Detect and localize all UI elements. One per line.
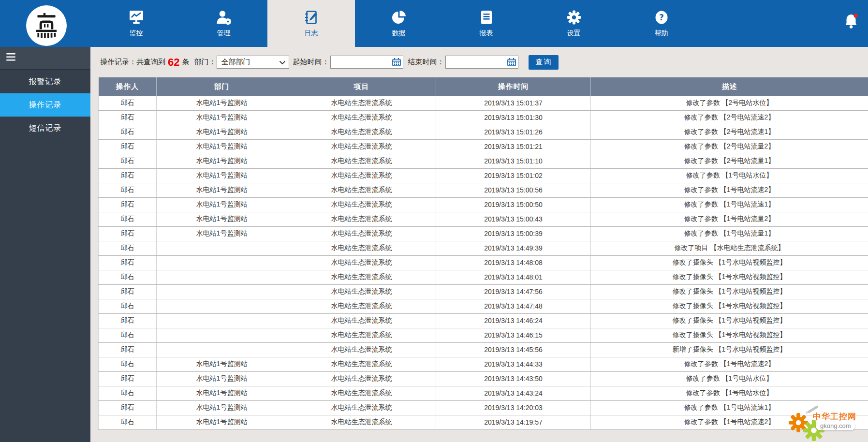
- table-cell: 水电站生态泄流系统: [287, 270, 436, 284]
- table-cell: 2019/3/13 15:00:50: [436, 197, 591, 212]
- table-cell: 水电站1号监测站: [157, 197, 287, 212]
- table-cell: [157, 342, 287, 357]
- table-cell: 水电站生态泄流系统: [287, 139, 436, 154]
- pie-chart-icon: [391, 10, 407, 25]
- nav-tab-label: 管理: [217, 29, 231, 38]
- table-cell: 水电站生态泄流系统: [287, 299, 436, 313]
- table-row: 邱石水电站生态泄流系统2019/3/13 14:47:48修改了摄像头 【1号水…: [99, 299, 868, 313]
- table-cell: 水电站生态泄流系统: [287, 197, 436, 212]
- table-cell: 水电站生态泄流系统: [287, 415, 436, 429]
- table-cell: 2019/3/13 15:00:39: [436, 226, 591, 241]
- table-cell: 修改了项目 【水电站生态泄流系统】: [591, 241, 868, 255]
- nav-tab-日志[interactable]: 日志: [267, 0, 355, 47]
- department-select-value: 全部部门: [221, 58, 250, 67]
- table-cell: 水电站生态泄流系统: [287, 284, 436, 299]
- table-row: 邱石水电站1号监测站水电站生态泄流系统2019/3/13 15:00:39修改了…: [99, 226, 868, 241]
- table-cell: 修改了参数 【2号电站水位】: [591, 96, 868, 110]
- table-cell: 邱石: [99, 139, 157, 154]
- table-cell: 水电站生态泄流系统: [287, 386, 436, 400]
- sidebar-collapse-button[interactable]: [0, 47, 90, 70]
- nav-tabs: 监控管理日志数据报表设置?帮助: [92, 0, 705, 47]
- table-cell: 水电站生态泄流系统: [287, 96, 436, 110]
- sidebar-item-短信记录[interactable]: 短信记录: [0, 117, 90, 140]
- table-row: 邱石水电站1号监测站水电站生态泄流系统2019/3/13 14:19:57修改了…: [99, 415, 868, 429]
- table-cell: [157, 313, 287, 328]
- table-cell: 修改了参数 【2号电站流速2】: [591, 110, 868, 125]
- table-cell: 邱石: [99, 357, 157, 371]
- nav-tab-监控[interactable]: 监控: [92, 0, 180, 47]
- table-cell: 修改了参数 【2号电站流量2】: [591, 139, 868, 154]
- table-cell: 水电站生态泄流系统: [287, 255, 436, 270]
- start-calendar-icon[interactable]: [392, 58, 401, 66]
- table-cell: 修改了摄像头 【1号水电站视频监控】: [591, 255, 868, 270]
- table-cell: 邱石: [99, 386, 157, 400]
- bell-icon: [843, 23, 860, 31]
- nav-tab-管理[interactable]: 管理: [180, 0, 267, 47]
- table-cell: 2019/3/13 14:49:39: [436, 241, 591, 255]
- table-cell: 2019/3/13 15:00:43: [436, 212, 591, 226]
- table-cell: 2019/3/13 14:45:56: [436, 342, 591, 357]
- sidebar-item-报警记录[interactable]: 报警记录: [0, 70, 90, 93]
- table-cell: 2019/3/13 14:47:56: [436, 284, 591, 299]
- table-cell: 邱石: [99, 371, 157, 386]
- table-cell: 水电站生态泄流系统: [287, 400, 436, 415]
- table-cell: 邱石: [99, 212, 157, 226]
- table-cell: 水电站1号监测站: [157, 168, 287, 183]
- table-cell: 邱石: [99, 168, 157, 183]
- table-cell: 邱石: [99, 299, 157, 313]
- nav-tab-帮助[interactable]: ?帮助: [618, 0, 705, 47]
- table-cell: 水电站生态泄流系统: [287, 357, 436, 371]
- operation-log-table: 操作人部门项目操作时间描述 邱石水电站1号监测站水电站生态泄流系统2019/3/…: [98, 77, 868, 430]
- table-cell: [157, 299, 287, 313]
- table-cell: 修改了参数 【1号电站流速2】: [591, 415, 868, 429]
- table-cell: 邱石: [99, 96, 157, 110]
- sidebar-item-操作记录[interactable]: 操作记录: [0, 93, 90, 117]
- nav-tab-设置[interactable]: 设置: [530, 0, 618, 47]
- table-cell: 邱石: [99, 270, 157, 284]
- table-cell: 修改了参数 【1号电站水位】: [591, 386, 868, 400]
- nav-tab-报表[interactable]: 报表: [442, 0, 530, 47]
- table-cell: 邱石: [99, 226, 157, 241]
- table-header-row: 操作人部门项目操作时间描述: [99, 77, 868, 96]
- query-button[interactable]: 查询: [529, 55, 559, 70]
- table-cell: 水电站1号监测站: [157, 139, 287, 154]
- table-cell: 2019/3/13 15:01:21: [436, 139, 591, 154]
- column-header-操作时间: 操作时间: [436, 77, 591, 96]
- table-cell: 邱石: [99, 400, 157, 415]
- hamburger-menu-icon: [6, 53, 17, 63]
- table-cell: 2019/3/13 15:01:37: [436, 96, 591, 110]
- filter-bar: 操作记录：共查询到 62 条 部门： 全部部门 起始时间：: [90, 47, 868, 77]
- report-document-icon: [480, 10, 493, 25]
- table-row: 邱石水电站1号监测站水电站生态泄流系统2019/3/13 14:43:50修改了…: [99, 371, 868, 386]
- nav-tab-数据[interactable]: 数据: [355, 0, 442, 47]
- table-cell: 水电站1号监测站: [157, 400, 287, 415]
- table-cell: 水电站生态泄流系统: [287, 110, 436, 125]
- table-cell: 2019/3/13 14:44:33: [436, 357, 591, 371]
- table-row: 邱石水电站生态泄流系统2019/3/13 14:46:24修改了摄像头 【1号水…: [99, 313, 868, 328]
- table-cell: 2019/3/13 14:46:15: [436, 328, 591, 342]
- hydropower-logo-icon: [31, 11, 61, 41]
- end-time-label: 结束时间：: [408, 58, 444, 67]
- table-cell: 水电站生态泄流系统: [287, 328, 436, 342]
- sidebar-menu: 报警记录操作记录短信记录: [0, 70, 90, 140]
- table-cell: 水电站生态泄流系统: [287, 342, 436, 357]
- table-cell: 修改了参数 【1号电站流速2】: [591, 183, 868, 197]
- table-cell: 2019/3/13 15:00:56: [436, 183, 591, 197]
- end-calendar-icon[interactable]: [507, 58, 516, 66]
- nav-tab-label: 日志: [305, 29, 318, 38]
- company-logo: [26, 5, 67, 46]
- table-cell: 修改了摄像头 【1号水电站视频监控】: [591, 328, 868, 342]
- table-cell: 修改了参数 【1号电站流量2】: [591, 212, 868, 226]
- table-cell: 修改了参数 【1号电站流速1】: [591, 197, 868, 212]
- department-select[interactable]: 全部部门: [217, 56, 289, 69]
- table-row: 邱石水电站1号监测站水电站生态泄流系统2019/3/13 15:00:50修改了…: [99, 197, 868, 212]
- table-cell: 水电站1号监测站: [157, 125, 287, 139]
- table-cell: 水电站生态泄流系统: [287, 168, 436, 183]
- table-cell: 水电站生态泄流系统: [287, 371, 436, 386]
- table-cell: 水电站生态泄流系统: [287, 125, 436, 139]
- table-cell: [157, 270, 287, 284]
- notification-bell-button[interactable]: [843, 13, 860, 31]
- top-nav: 监控管理日志数据报表设置?帮助: [0, 0, 868, 47]
- nav-tab-label: 设置: [567, 29, 581, 38]
- nav-tab-label: 数据: [392, 29, 406, 38]
